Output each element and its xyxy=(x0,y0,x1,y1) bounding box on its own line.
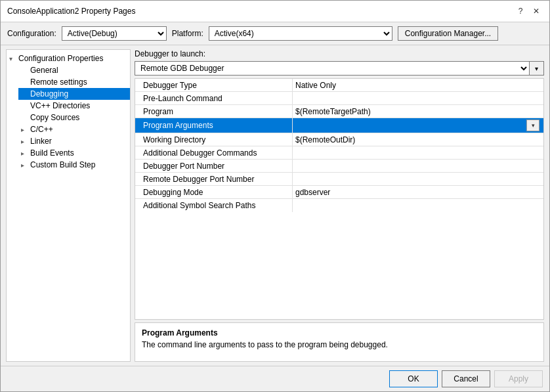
sidebar-item-build-events[interactable]: Build Events xyxy=(18,147,130,159)
sidebar-item-custom-build-step[interactable]: Custom Build Step xyxy=(18,159,130,171)
help-button[interactable]: ? xyxy=(514,5,527,18)
sidebar-item-linker[interactable]: Linker xyxy=(18,135,130,147)
root-label: Configuration Properties xyxy=(18,54,103,63)
debugging-label: Debugging xyxy=(30,89,68,98)
prop-name-remote-debugger-port: Remote Debugger Port Number xyxy=(135,173,293,185)
prop-row-program[interactable]: Program $(RemoteTargetPath) xyxy=(135,105,543,118)
prop-name-additional-debugger: Additional Debugger Commands xyxy=(135,146,293,159)
info-title: Program Arguments xyxy=(142,328,537,338)
tree-root-item[interactable]: Configuration Properties xyxy=(7,53,130,64)
cancel-button[interactable]: Cancel xyxy=(442,370,490,387)
prop-row-working-directory[interactable]: Working Directory $(RemoteOutDir) xyxy=(135,133,543,146)
linker-label: Linker xyxy=(30,137,52,146)
prop-name-debugger-type: Debugger Type xyxy=(135,79,293,91)
title-bar-controls: ? ✕ xyxy=(514,5,543,18)
vc-directories-label: VC++ Directories xyxy=(30,101,90,110)
root-arrow xyxy=(9,55,18,62)
sidebar-item-debugging[interactable]: Debugging xyxy=(18,88,130,100)
configuration-select[interactable]: Active(Debug) xyxy=(62,26,167,41)
prop-row-remote-debugger-port[interactable]: Remote Debugger Port Number xyxy=(135,173,543,186)
right-panel: Debugger to launch: Remote GDB Debugger … xyxy=(135,49,544,362)
sidebar-item-copy-sources[interactable]: Copy Sources xyxy=(18,112,130,123)
prop-value-program-arguments: ▾ xyxy=(293,118,543,133)
tree-root: Configuration Properties General Remote … xyxy=(7,50,130,173)
prop-row-debugger-port[interactable]: Debugger Port Number xyxy=(135,160,543,173)
custom-build-step-arrow xyxy=(21,162,30,169)
debugger-dropdown-btn[interactable]: ▾ xyxy=(530,61,544,76)
config-manager-button[interactable]: Configuration Manager... xyxy=(398,26,498,41)
properties-grid: Debugger Type Native Only Pre-Launch Com… xyxy=(135,78,544,320)
prop-name-pre-launch: Pre-Launch Command xyxy=(135,92,293,104)
cpp-arrow xyxy=(21,126,30,133)
sidebar-item-vc-directories[interactable]: VC++ Directories xyxy=(18,100,130,112)
prop-row-pre-launch[interactable]: Pre-Launch Command xyxy=(135,92,543,105)
footer: OK Cancel Apply xyxy=(1,366,549,391)
prop-value-additional-debugger xyxy=(293,146,543,159)
prop-name-program: Program xyxy=(135,105,293,118)
debugger-select[interactable]: Remote GDB Debugger xyxy=(135,61,530,76)
sidebar-item-general[interactable]: General xyxy=(18,64,130,76)
prop-value-symbol-paths xyxy=(293,199,543,212)
ok-button[interactable]: OK xyxy=(389,370,438,387)
prop-name-debugger-port: Debugger Port Number xyxy=(135,160,293,172)
property-pages-dialog: ConsoleApplication2 Property Pages ? ✕ C… xyxy=(0,0,550,392)
apply-button[interactable]: Apply xyxy=(494,370,543,387)
custom-build-step-label: Custom Build Step xyxy=(30,160,95,169)
close-button[interactable]: ✕ xyxy=(530,5,543,18)
config-label: Configuration: xyxy=(7,29,56,38)
platform-label: Platform: xyxy=(172,29,203,38)
platform-select[interactable]: Active(x64) xyxy=(209,26,392,41)
debugger-to-launch-label: Debugger to launch: xyxy=(135,49,544,58)
main-content: Configuration Properties General Remote … xyxy=(1,45,549,366)
prop-name-symbol-paths: Additional Symbol Search Paths xyxy=(135,199,293,212)
prop-name-working-directory: Working Directory xyxy=(135,133,293,146)
prop-row-debugger-type[interactable]: Debugger Type Native Only xyxy=(135,79,543,92)
prop-row-symbol-paths[interactable]: Additional Symbol Search Paths xyxy=(135,199,543,212)
prop-name-debugging-mode: Debugging Mode xyxy=(135,186,293,198)
sidebar-item-remote-settings[interactable]: Remote settings xyxy=(18,76,130,88)
prop-row-program-arguments[interactable]: Program Arguments ▾ xyxy=(135,118,543,133)
prop-value-remote-debugger-port xyxy=(293,173,543,185)
build-events-arrow xyxy=(21,150,30,157)
copy-sources-label: Copy Sources xyxy=(30,113,79,122)
prop-value-debugger-type: Native Only xyxy=(293,79,543,91)
info-description: The command line arguments to pass to th… xyxy=(142,340,537,349)
prop-value-debugging-mode: gdbserver xyxy=(293,186,543,198)
prop-value-working-directory: $(RemoteOutDir) xyxy=(293,133,543,146)
info-panel: Program Arguments The command line argum… xyxy=(135,322,544,362)
program-arguments-expand-btn[interactable]: ▾ xyxy=(526,120,539,131)
remote-settings-label: Remote settings xyxy=(30,77,87,87)
toolbar: Configuration: Active(Debug) Platform: A… xyxy=(1,22,549,45)
prop-value-debugger-port xyxy=(293,160,543,172)
sidebar-item-cpp[interactable]: C/C++ xyxy=(18,123,130,135)
prop-name-program-arguments: Program Arguments xyxy=(135,118,293,133)
prop-row-debugging-mode[interactable]: Debugging Mode gdbserver xyxy=(135,186,543,199)
title-bar: ConsoleApplication2 Property Pages ? ✕ xyxy=(1,1,549,22)
build-events-label: Build Events xyxy=(30,148,74,158)
prop-value-program: $(RemoteTargetPath) xyxy=(293,105,543,118)
dialog-title: ConsoleApplication2 Property Pages xyxy=(7,7,135,16)
debugger-dropdown-row: Remote GDB Debugger ▾ xyxy=(135,61,544,76)
general-label: General xyxy=(30,66,58,75)
prop-value-pre-launch xyxy=(293,92,543,104)
prop-row-additional-debugger[interactable]: Additional Debugger Commands xyxy=(135,146,543,160)
linker-arrow xyxy=(21,138,30,145)
left-panel: Configuration Properties General Remote … xyxy=(6,49,131,362)
cpp-label: C/C++ xyxy=(30,125,53,134)
